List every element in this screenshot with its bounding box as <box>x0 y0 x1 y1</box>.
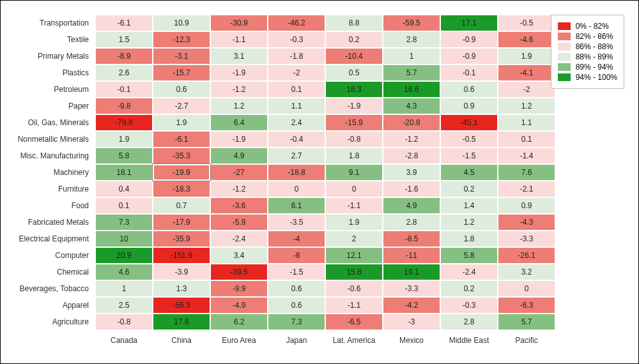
heatmap-cell[interactable]: 1.9 <box>95 131 153 148</box>
heatmap-cell[interactable]: -1.1 <box>210 31 268 48</box>
heatmap-cell[interactable]: -0.8 <box>95 314 153 330</box>
heatmap-cell[interactable]: -19.9 <box>153 164 210 181</box>
heatmap-cell[interactable]: 9.1 <box>325 164 383 181</box>
heatmap-cell[interactable]: 2.6 <box>95 64 153 81</box>
heatmap-cell[interactable]: 0.5 <box>325 64 383 81</box>
heatmap-cell[interactable]: -27 <box>210 164 268 181</box>
heatmap-cell[interactable]: 0 <box>325 181 383 197</box>
heatmap-cell[interactable]: -3.3 <box>498 231 555 247</box>
heatmap-cell[interactable]: 6.1 <box>268 197 325 214</box>
heatmap-cell[interactable]: 0.1 <box>268 81 325 98</box>
heatmap-cell[interactable]: -4.2 <box>383 297 440 314</box>
heatmap-cell[interactable]: 0.2 <box>440 280 498 297</box>
heatmap-cell[interactable]: -4.3 <box>498 214 555 231</box>
heatmap-cell[interactable]: -0.5 <box>440 131 498 148</box>
heatmap-cell[interactable]: 2.8 <box>440 314 498 330</box>
heatmap-cell[interactable]: 4.5 <box>440 164 498 181</box>
heatmap-cell[interactable]: -3.9 <box>153 264 210 280</box>
heatmap-cell[interactable]: 2.8 <box>383 31 440 48</box>
heatmap-cell[interactable]: 3.2 <box>498 264 555 280</box>
heatmap-cell[interactable]: -2.1 <box>498 181 555 197</box>
heatmap-cell[interactable]: 1.9 <box>153 114 210 131</box>
heatmap-cell[interactable]: -2.7 <box>153 98 210 114</box>
heatmap-cell[interactable]: -6.3 <box>498 297 555 314</box>
heatmap-cell[interactable]: 1.2 <box>440 214 498 231</box>
heatmap-cell[interactable]: -45.1 <box>440 114 498 131</box>
heatmap-cell[interactable]: -1.8 <box>268 48 325 64</box>
heatmap-cell[interactable]: 0.6 <box>440 81 498 98</box>
heatmap-cell[interactable]: 1.5 <box>95 31 153 48</box>
heatmap-cell[interactable]: 8.8 <box>325 15 383 31</box>
heatmap-cell[interactable]: -9.8 <box>95 98 153 114</box>
heatmap-cell[interactable]: 2.4 <box>268 114 325 131</box>
heatmap-cell[interactable]: 7.3 <box>268 314 325 330</box>
heatmap-cell[interactable]: 15.8 <box>325 264 383 280</box>
heatmap-cell[interactable]: 3.1 <box>210 48 268 64</box>
heatmap-cell[interactable]: -3.3 <box>383 280 440 297</box>
heatmap-cell[interactable]: 7.6 <box>498 164 555 181</box>
heatmap-cell[interactable]: 0.9 <box>498 197 555 214</box>
heatmap-cell[interactable]: -3 <box>383 314 440 330</box>
heatmap-cell[interactable]: 0.9 <box>440 98 498 114</box>
heatmap-cell[interactable]: -15.7 <box>153 64 210 81</box>
heatmap-cell[interactable]: -0.8 <box>325 131 383 148</box>
heatmap-cell[interactable]: -0.1 <box>95 81 153 98</box>
heatmap-cell[interactable]: 18.1 <box>95 164 153 181</box>
heatmap-cell[interactable]: -0.4 <box>268 131 325 148</box>
heatmap-cell[interactable]: -1.5 <box>440 148 498 164</box>
heatmap-cell[interactable]: 17.8 <box>153 314 210 330</box>
heatmap-cell[interactable]: 6.2 <box>210 314 268 330</box>
heatmap-cell[interactable]: -6.5 <box>325 314 383 330</box>
heatmap-cell[interactable]: 2.7 <box>268 148 325 164</box>
heatmap-cell[interactable]: 18.3 <box>325 81 383 98</box>
heatmap-cell[interactable]: 0.2 <box>325 31 383 48</box>
heatmap-cell[interactable]: 0 <box>268 181 325 197</box>
heatmap-cell[interactable]: -4.1 <box>498 64 555 81</box>
heatmap-cell[interactable]: -1.9 <box>210 131 268 148</box>
heatmap-cell[interactable]: 4.6 <box>95 264 153 280</box>
heatmap-cell[interactable]: -151.9 <box>153 247 210 264</box>
heatmap-cell[interactable]: -4 <box>268 231 325 247</box>
heatmap-cell[interactable]: -1.2 <box>210 181 268 197</box>
heatmap-cell[interactable]: -18.8 <box>268 164 325 181</box>
heatmap-cell[interactable]: 0.1 <box>498 131 555 148</box>
heatmap-cell[interactable]: 2 <box>325 231 383 247</box>
heatmap-cell[interactable]: -1.5 <box>268 264 325 280</box>
heatmap-cell[interactable]: 1.4 <box>440 197 498 214</box>
heatmap-cell[interactable]: -3.1 <box>153 48 210 64</box>
heatmap-cell[interactable]: 1.9 <box>325 214 383 231</box>
heatmap-cell[interactable]: 20.9 <box>95 247 153 264</box>
heatmap-cell[interactable]: 2.5 <box>95 297 153 314</box>
heatmap-cell[interactable]: -12.3 <box>153 31 210 48</box>
heatmap-cell[interactable]: 0.6 <box>268 297 325 314</box>
heatmap-cell[interactable]: -4.6 <box>498 31 555 48</box>
heatmap-cell[interactable]: 0.4 <box>95 181 153 197</box>
heatmap-cell[interactable]: -9.9 <box>210 280 268 297</box>
heatmap-cell[interactable]: -0.9 <box>440 48 498 64</box>
heatmap-cell[interactable]: 1.8 <box>325 148 383 164</box>
heatmap-cell[interactable]: -1.9 <box>210 64 268 81</box>
heatmap-cell[interactable]: -1.1 <box>325 197 383 214</box>
heatmap-cell[interactable]: -30.9 <box>210 15 268 31</box>
heatmap-cell[interactable]: -2 <box>498 81 555 98</box>
heatmap-cell[interactable]: -2 <box>268 64 325 81</box>
heatmap-cell[interactable]: 0.6 <box>153 81 210 98</box>
heatmap-cell[interactable]: 6.4 <box>210 114 268 131</box>
heatmap-cell[interactable]: -0.5 <box>498 15 555 31</box>
heatmap-cell[interactable]: 19.1 <box>383 264 440 280</box>
heatmap-cell[interactable]: -20.8 <box>383 114 440 131</box>
heatmap-cell[interactable]: -8.5 <box>383 231 440 247</box>
heatmap-cell[interactable]: -2.4 <box>440 264 498 280</box>
heatmap-cell[interactable]: -0.1 <box>440 64 498 81</box>
heatmap-cell[interactable]: 0 <box>498 280 555 297</box>
heatmap-cell[interactable]: -39.5 <box>210 264 268 280</box>
heatmap-cell[interactable]: -6.1 <box>153 131 210 148</box>
heatmap-cell[interactable]: 0.1 <box>95 197 153 214</box>
heatmap-cell[interactable]: 5.8 <box>440 247 498 264</box>
heatmap-cell[interactable]: 1 <box>383 48 440 64</box>
heatmap-cell[interactable]: -26.1 <box>498 247 555 264</box>
heatmap-cell[interactable]: 1.8 <box>440 231 498 247</box>
heatmap-cell[interactable]: 5.7 <box>498 314 555 330</box>
heatmap-cell[interactable]: -15.9 <box>325 114 383 131</box>
heatmap-cell[interactable]: -8.9 <box>95 48 153 64</box>
